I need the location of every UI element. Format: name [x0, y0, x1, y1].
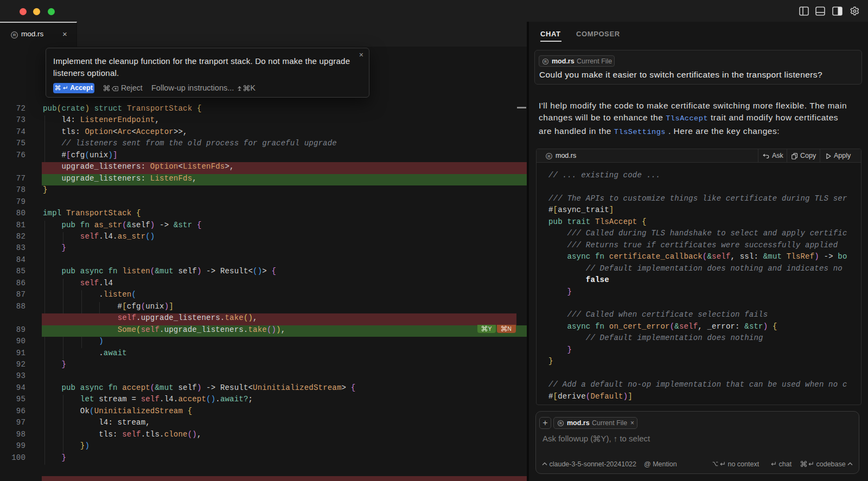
svg-text:R: R [547, 154, 551, 159]
svg-text:R: R [559, 421, 562, 425]
svg-text:R: R [544, 60, 547, 63]
svg-text:R: R [13, 33, 16, 37]
